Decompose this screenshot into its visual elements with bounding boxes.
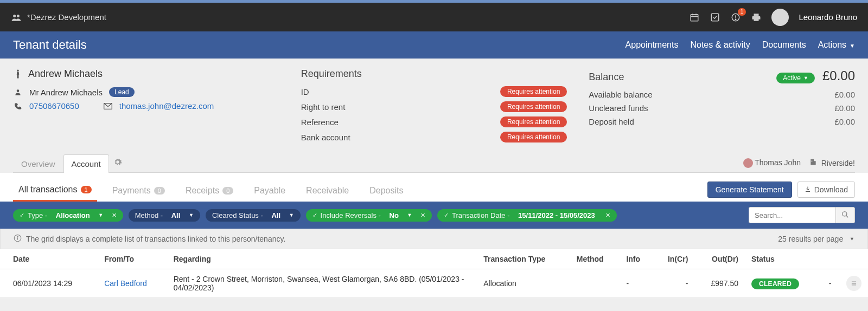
nav-actions[interactable]: Actions▼ — [818, 40, 855, 50]
col-date[interactable]: Date — [0, 249, 98, 269]
tenant-email[interactable]: thomas.john@dezrez.com — [119, 101, 214, 111]
cell-info: - — [620, 269, 653, 298]
svg-rect-6 — [712, 14, 719, 21]
cell-incr: - — [653, 269, 694, 298]
subtab-receipts[interactable]: Receipts0 — [180, 182, 239, 201]
user-name[interactable]: Leonardo Bruno — [799, 12, 857, 22]
active-status-button[interactable]: Active▼ — [776, 73, 815, 83]
col-method[interactable]: Method — [570, 249, 620, 269]
count-badge: 1 — [81, 186, 92, 193]
svg-rect-2 — [691, 14, 699, 21]
requires-attention-badge[interactable]: Requires attention — [500, 86, 567, 97]
download-button[interactable]: Download — [797, 182, 855, 198]
checkbox-icon[interactable] — [710, 12, 720, 23]
print-icon[interactable] — [751, 12, 762, 23]
download-icon — [805, 185, 811, 194]
col-outdr[interactable]: Out(Dr) — [694, 249, 745, 269]
requirement-row: IDRequires attention — [301, 86, 567, 97]
mini-avatar-icon — [743, 158, 753, 168]
col-regarding[interactable]: Regarding — [167, 249, 477, 269]
subtab-payments[interactable]: Payments0 — [107, 182, 170, 201]
phone-icon — [13, 102, 23, 110]
filter-reversals-chip[interactable]: ✓Include Reversals - No ▼ ✕ — [306, 209, 432, 222]
requirements-title: Requirements — [301, 68, 567, 80]
svg-point-11 — [17, 89, 20, 92]
nav-documents[interactable]: Documents — [762, 40, 806, 50]
balance-row: Deposit held£0.00 — [589, 117, 855, 126]
nav-notes[interactable]: Notes & activity — [690, 40, 750, 50]
building-icon — [809, 159, 819, 167]
subtab-deposits[interactable]: Deposits — [364, 182, 409, 201]
filter-method-chip[interactable]: Method - All ▼ — [129, 209, 200, 222]
requires-attention-badge[interactable]: Requires attention — [500, 132, 567, 142]
col-incr[interactable]: In(Cr) — [653, 249, 694, 269]
col-status[interactable]: Status — [745, 249, 820, 269]
balance-title: Balance — [589, 72, 624, 83]
topbar: *Dezrez Development Leonardo Bruno — [0, 0, 868, 31]
cell-date: 06/01/2023 14:29 — [0, 269, 98, 298]
subtab-all-transactions[interactable]: All transactions1 — [13, 180, 97, 202]
cell-regarding: Rent - 2 Crown Street, Morriston, Swanse… — [167, 269, 477, 298]
cell-fromto-link[interactable]: Carl Bedford — [104, 279, 147, 288]
filter-cleared-chip[interactable]: Cleared Status - All ▼ — [206, 209, 301, 222]
user-avatar[interactable] — [771, 9, 789, 26]
table-row[interactable]: 06/01/2023 14:29 Carl Bedford Rent - 2 C… — [0, 269, 868, 298]
col-fromto[interactable]: From/To — [98, 249, 167, 269]
balance-summary: Balance Active▼ £0.00 Available balance£… — [589, 68, 855, 147]
nav-appointments[interactable]: Appointments — [626, 40, 679, 50]
tab-account[interactable]: Account — [63, 154, 109, 173]
transactions-table: Date From/To Regarding Transaction Type … — [0, 249, 868, 298]
tenant-phone[interactable]: 07506670650 — [29, 101, 79, 111]
tab-settings-icon[interactable] — [109, 153, 126, 172]
row-menu-button[interactable] — [846, 276, 861, 291]
svg-point-19 — [843, 211, 847, 216]
generate-statement-button[interactable]: Generate Statement — [707, 182, 792, 198]
filter-date-chip[interactable]: ✓Transaction Date - 15/11/2022 - 15/05/2… — [437, 209, 617, 222]
page-title: Tenant details — [13, 38, 87, 52]
alert-icon[interactable] — [730, 12, 741, 23]
svg-rect-13 — [810, 159, 814, 165]
cell-outdr: £997.50 — [694, 269, 745, 298]
assigned-person[interactable]: Thomas John — [743, 158, 801, 168]
balance-row: Available balance£0.00 — [589, 90, 855, 99]
page-header: Tenant details Appointments Notes & acti… — [0, 31, 868, 59]
cell-txn-type: Allocation — [477, 269, 570, 298]
tenant-full-name: Mr Andrew Michaels — [29, 88, 103, 97]
svg-point-9 — [736, 19, 737, 20]
svg-point-23 — [17, 236, 18, 237]
count-badge: 0 — [222, 187, 233, 195]
info-icon — [14, 234, 22, 244]
search-button[interactable] — [835, 207, 855, 223]
tenant-summary: Andrew Michaels Mr Andrew Michaels Lead … — [13, 68, 279, 147]
app-title: *Dezrez Development — [27, 12, 106, 22]
calendar-icon[interactable] — [689, 12, 700, 23]
subtab-payable[interactable]: Payable — [248, 182, 291, 201]
email-icon — [103, 103, 113, 109]
count-badge: 0 — [154, 187, 165, 195]
requirement-row: Right to rentRequires attention — [301, 101, 567, 112]
requirement-row: Bank accountRequires attention — [301, 132, 567, 142]
requirement-row: ReferenceRequires attention — [301, 116, 567, 127]
cell-method — [570, 269, 620, 298]
svg-point-1 — [17, 15, 20, 17]
info-text: The grid displays a complete list of tra… — [26, 235, 285, 243]
tab-overview[interactable]: Overview — [13, 154, 63, 173]
branch-name[interactable]: Riverside! — [809, 158, 855, 167]
subtab-receivable[interactable]: Receivable — [301, 182, 354, 201]
requires-attention-badge[interactable]: Requires attention — [500, 116, 567, 127]
requires-attention-badge[interactable]: Requires attention — [500, 101, 567, 112]
col-txn-type[interactable]: Transaction Type — [477, 249, 570, 269]
svg-line-20 — [846, 215, 848, 217]
user-icon — [13, 88, 23, 96]
filter-bar: ✓Type - Allocation ▼ ✕ Method - All ▼ Cl… — [0, 202, 868, 229]
results-per-page[interactable]: 25 results per page ▼ — [778, 235, 854, 243]
search-input[interactable] — [749, 207, 835, 223]
account-panel: All transactions1 Payments0 Receipts0 Pa… — [0, 173, 868, 298]
person-icon — [13, 69, 23, 79]
cell-extra: - — [820, 269, 840, 298]
svg-rect-15 — [811, 160, 812, 160]
svg-rect-17 — [811, 161, 812, 162]
filter-type-chip[interactable]: ✓Type - Allocation ▼ ✕ — [13, 209, 123, 222]
col-info[interactable]: Info — [620, 249, 653, 269]
lead-badge: Lead — [109, 87, 135, 97]
